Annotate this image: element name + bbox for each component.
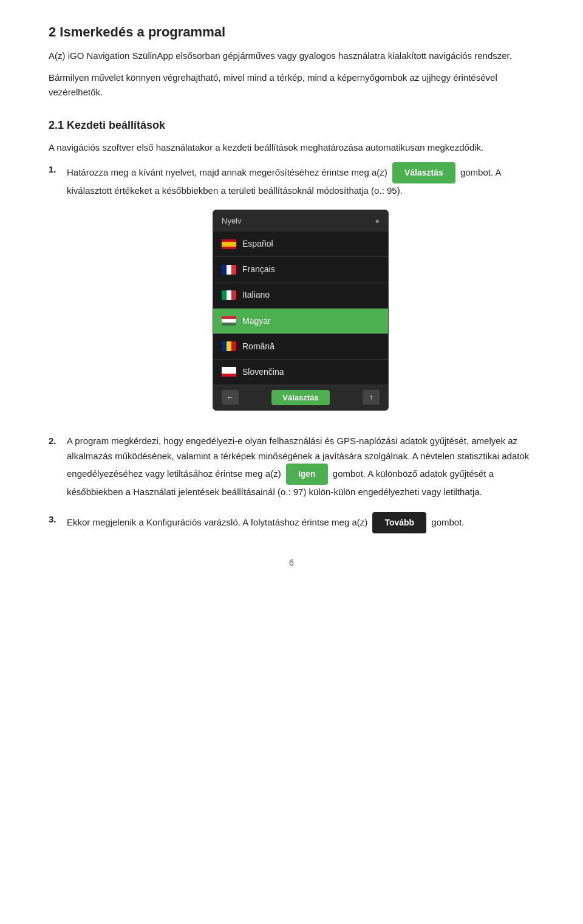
tovabb-button[interactable]: Tovább — [372, 512, 426, 533]
lang-label-it: Italiano — [242, 288, 270, 302]
step-2: 2. A program megkérdezi, hogy engedélyez… — [49, 434, 534, 500]
lang-up-button[interactable]: ↑ — [363, 390, 380, 405]
intro-paragraph-1: A(z) iGO Navigation SzülinApp elsősorban… — [49, 49, 534, 63]
lang-item-sk[interactable]: Slovenčina — [213, 360, 388, 385]
section-intro: A navigációs szoftver első használatakor… — [49, 140, 534, 155]
lang-header-icon: ● — [375, 214, 380, 227]
lang-select-button[interactable]: Választás — [271, 390, 329, 405]
lang-item-es[interactable]: Español — [213, 231, 388, 257]
lang-item-it[interactable]: Italiano — [213, 282, 388, 308]
lang-item-ro[interactable]: Română — [213, 334, 388, 360]
valasztas-button-1[interactable]: Választás — [392, 162, 455, 183]
flag-hungary — [222, 316, 236, 326]
lang-label-ro: Română — [242, 340, 274, 354]
page-number: 6 — [49, 558, 534, 567]
lang-label-hu: Magyar — [242, 314, 271, 328]
language-screenshot: Nyelv ● Español Français Italiano — [213, 210, 389, 411]
lang-item-fr[interactable]: Français — [213, 257, 388, 282]
step-1-text-before: Határozza meg a kívánt nyelvet, majd ann… — [67, 167, 387, 177]
flag-romania — [222, 341, 236, 351]
flag-slovakia — [222, 367, 236, 377]
flag-italy — [222, 290, 236, 300]
step-2-content: A program megkérdezi, hogy engedélyezi-e… — [67, 434, 534, 500]
language-list: Español Français Italiano Magyar — [213, 231, 388, 385]
lang-label-fr: Français — [242, 262, 275, 276]
page-title: 2 Ismerkedés a programmal — [49, 24, 534, 40]
steps-list: 1. Határozza meg a kívánt nyelvet, majd … — [49, 162, 534, 533]
lang-header: Nyelv ● — [213, 210, 388, 231]
lang-header-title: Nyelv — [222, 214, 242, 227]
section-title: 2.1 Kezdeti beállítások — [49, 119, 534, 132]
step-1-content: Határozza meg a kívánt nyelvet, majd ann… — [67, 162, 534, 422]
step-3-text-middle: gombot. — [431, 517, 464, 527]
step-3: 3. Ekkor megjelenik a Konfigurációs vará… — [49, 512, 534, 533]
step-1: 1. Határozza meg a kívánt nyelvet, majd … — [49, 162, 534, 422]
intro-paragraph-2: Bármilyen művelet könnyen végrehajtható,… — [49, 70, 534, 100]
step-3-text-before: Ekkor megjelenik a Konfigurációs varázsl… — [67, 517, 367, 527]
step-3-content: Ekkor megjelenik a Konfigurációs varázsl… — [67, 512, 534, 533]
lang-footer: ← Választás ↑ — [213, 385, 388, 410]
lang-back-button[interactable]: ← — [222, 390, 239, 405]
step-2-number: 2. — [49, 434, 61, 500]
lang-label-es: Español — [242, 237, 273, 251]
igen-button[interactable]: Igen — [286, 464, 328, 485]
step-3-number: 3. — [49, 512, 61, 533]
lang-label-sk: Slovenčina — [242, 365, 284, 379]
lang-item-hu[interactable]: Magyar — [213, 309, 388, 334]
step-1-number: 1. — [49, 162, 61, 422]
flag-france — [222, 265, 236, 275]
flag-spain — [222, 239, 236, 249]
